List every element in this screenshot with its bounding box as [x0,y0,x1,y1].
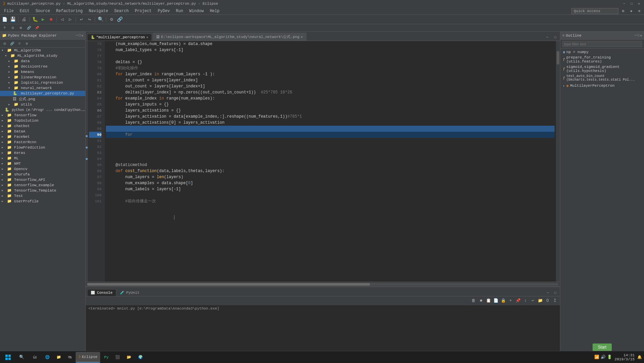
outline-item-multilayer-class[interactable]: ▸ ◈ MultilayerPerceptron [560,82,644,89]
history-btn[interactable]: ↕ [522,298,528,304]
tab-pyunit[interactable]: 🧪 PyUnit [116,289,143,296]
menu-edit[interactable]: Edit [17,8,32,14]
taskbar-term[interactable]: ⬛ [113,352,123,363]
outline-item-sigmoid[interactable]: ƒ sigmoid,sigmoid_gradient (utils.hypoth… [560,64,644,74]
tree-item-fasterrcnn[interactable]: ▸ 📁 FasterRcnn [0,139,85,145]
outline-item-test-auto[interactable]: ƒ test_auto_bin_count (bkcharts.tests.te… [560,74,644,82]
tree-item-ml-algorithm-study[interactable]: ▾ 📁 ML_algorithm_study [0,53,85,58]
pe-collapse-btn[interactable]: ⊟ [1,40,8,47]
tree-item-tf-example[interactable]: ▸ 📁 tensorflow_example [0,183,85,188]
menu-file[interactable]: File [1,8,16,14]
menu-help[interactable]: Help [207,8,222,14]
pin-btn[interactable]: 📌 [34,25,40,31]
forward-btn[interactable]: ▷ [67,16,74,23]
tree-item-linearregression[interactable]: ▸ 📁 linearRegression [0,75,85,80]
pe-filter-btn[interactable]: ▽ [16,40,23,47]
tree-item-neural-network[interactable]: ▾ 📁 neural_network [0,85,85,91]
tree-item-decisiontree[interactable]: ▸ 📁 decisiontree [0,64,85,69]
pe-link-btn[interactable]: 🔗 [9,40,15,47]
tree-item-userprofile[interactable]: ▸ 📁 UserProfile [0,199,85,204]
tree-item-topsolution[interactable]: ▸ 📁 TopSolution [0,118,85,123]
outline-maximize-icon[interactable]: □ [637,34,639,38]
back-btn[interactable]: ◁ [59,16,66,23]
taskbar-browser[interactable]: 🌍 [135,352,146,363]
taskbar-edge[interactable]: 🌐 [42,352,52,363]
word-wrap-btn[interactable]: ↩ [530,298,536,304]
taskbar-pycharm[interactable]: Py [102,352,111,363]
tree-item-ml-algorithm[interactable]: ▾ 📁 ML_algorithm [0,48,85,53]
run-debug-btn[interactable]: 🐛 [32,16,38,23]
editor-maximize-btn[interactable]: □ [552,34,559,41]
tree-item-nmt[interactable]: ▸ 📁 NMT [0,161,85,166]
editor-minimize-btn[interactable]: ─ [544,34,551,41]
save-btn[interactable]: 💾 [9,16,16,23]
taskbar-file2[interactable]: 📂 [124,352,134,363]
menu-project[interactable]: Project [132,8,154,14]
stop-btn[interactable]: ■ [48,16,54,23]
start-btn-taskbar[interactable] [2,352,14,363]
perspective-btn[interactable]: ⊞ [620,8,627,14]
taskbar-explorer[interactable]: 📁 [54,352,64,363]
open-file-btn[interactable]: 📁 [537,298,543,304]
console-maximize-btn[interactable]: □ [552,289,559,296]
toolbar-btn1[interactable]: ⚙ [108,16,115,23]
task-view-btn[interactable]: 🗂 [29,352,41,363]
menu-source[interactable]: Source [33,8,53,14]
copy-btn[interactable]: 📋 [485,298,491,304]
tree-item-gongshi[interactable]: 🖼 公式.png [0,96,85,102]
outline-item-prepare[interactable]: ƒ prepare_for_training (utils.features) [560,55,644,64]
clear-btn[interactable]: 🗑 [471,298,477,304]
tree-item-test[interactable]: ▸ 📁 Test [0,193,85,199]
start-button[interactable]: Start [593,344,612,351]
paste-btn[interactable]: 📄 [493,298,499,304]
pe-settings-icon[interactable]: ⚙ [24,40,30,47]
outline-minimize-icon[interactable]: ─ [635,34,637,38]
tree-item-tf-template[interactable]: ▸ 📁 Tensorflow_Template [0,188,85,193]
search-btn-taskbar[interactable]: 🔍 [15,352,28,363]
tree-item-kmeans[interactable]: ▸ 📁 kmeans [0,69,85,75]
tree-item-chatbot[interactable]: ▸ 📁 chatbot [0,123,85,129]
tab-close2-icon[interactable]: ✕ [301,35,303,39]
scroll-thumb[interactable] [557,51,559,65]
stop-console-btn[interactable]: ■ [478,298,484,304]
tree-item-multilayer[interactable]: 🐍 multilayer_perceptron.py [0,91,85,96]
show-stdin-btn[interactable]: I [552,298,558,304]
code-content[interactable]: (num_examples,num_features) = data.shape… [105,41,556,282]
h-scroll-track[interactable] [87,283,559,286]
console-minimize-btn[interactable]: ─ [545,289,551,296]
tree-item-keras[interactable]: ▸ 📁 Keras [0,150,85,156]
outline-item-numpy[interactable]: ▣ np = numpy [560,49,644,55]
tree-item-opencv[interactable]: ▸ 📁 Opencv [0,166,85,172]
h-scroll-thumb[interactable] [87,283,370,286]
minimize-button[interactable]: ─ [622,1,627,6]
menu-search[interactable]: Search [112,8,131,14]
tab-gongshi[interactable]: 🖼 E:\eclipse-workspace\ML_algorithm_stud… [153,33,307,41]
tree-item-shurufa[interactable]: ▸ 📁 shurufa [0,172,85,177]
tree-item-tf-api[interactable]: ▸ 📁 Tensorflow_API [0,177,85,183]
menu-pydev[interactable]: PyDev [155,8,172,14]
outline-close-icon[interactable]: ✕ [640,34,642,38]
tree-item-ml[interactable]: ▸ 📁 ML [0,156,85,161]
search-btn[interactable]: 🔍 [97,16,104,23]
show-stdout-btn[interactable]: O [545,298,551,304]
tab-console[interactable]: ⬜ Console [87,289,116,296]
tab-multilayer[interactable]: 🐍 *multilayer_perceptron ✕ [87,34,152,41]
pin-console-btn[interactable]: 📌 [515,298,521,304]
notification-icon[interactable]: 🔔 [637,355,642,359]
icon-btn2[interactable]: ⊕ [636,8,643,14]
outline-filter-input[interactable] [562,41,642,47]
taskbar-store[interactable]: 🛍 [65,352,74,363]
new-btn[interactable]: 📄 [1,16,8,23]
new-console-btn[interactable]: + [508,298,514,304]
menu-run[interactable]: Run [173,8,186,14]
quick-access-input[interactable]: Quick Access [571,8,618,14]
print-btn[interactable]: 🖨 [21,16,27,23]
run-btn[interactable]: ▶ [40,16,46,23]
outline-btn[interactable]: ≡ [1,25,8,31]
link-btn[interactable]: 🔗 [26,25,32,31]
tree-item-flowprediction[interactable]: ▸ 📁 FlowPrediction [0,145,85,150]
tree-item-data[interactable]: ▸ 📁 data [0,58,85,64]
tree-item-tensorflow[interactable]: ▸ 📁 Tensorflow [0,113,85,118]
collapse-btn[interactable]: ⊟ [9,25,16,31]
pe-maximize-icon[interactable]: □ [79,34,81,38]
